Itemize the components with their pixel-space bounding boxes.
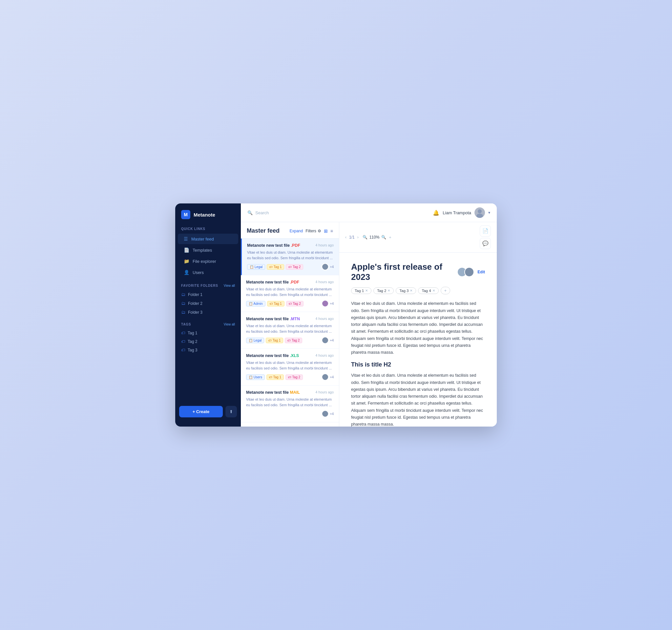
zoom-out-button[interactable]: 🔍: [363, 235, 367, 240]
sidebar-item-users[interactable]: 👤 Users: [178, 267, 238, 277]
bell-icon[interactable]: 🔔: [433, 210, 439, 216]
tag-badge[interactable]: 📋 Legal: [246, 338, 264, 343]
doc-content: Apple's first release of 2023 Edit: [339, 253, 497, 427]
avatar: [321, 300, 329, 307]
feed-item-desc: Vitae et leo duis ut diam. Urna molestie…: [246, 360, 334, 371]
feed-tags: 📋 Legal 🏷 Tag 1 🏷 Tag 2: [247, 264, 303, 270]
doc-tag[interactable]: Tag 4 ✕: [418, 287, 438, 294]
tags-label: Tags: [181, 322, 191, 326]
quick-links-label: Quick links: [175, 227, 241, 233]
tag-badge[interactable]: 🏷 Tag 2: [286, 301, 304, 307]
tag-badge[interactable]: 🏷 Tag 1: [266, 374, 284, 380]
doc-zoom-controls: 🔍 110% 🔍 ＋: [363, 235, 392, 240]
folder-label: Folder 3: [188, 310, 202, 315]
tag-badge[interactable]: 🏷 Tag 2: [286, 264, 303, 270]
remove-tag-icon[interactable]: ✕: [365, 289, 368, 292]
remove-tag-icon[interactable]: ✕: [432, 289, 435, 292]
edit-button[interactable]: Edit: [477, 270, 485, 274]
tag-badge[interactable]: 📋 Legal: [247, 264, 265, 270]
feed-item-time: 4 hours ago: [316, 390, 334, 394]
filters-button[interactable]: Filters ⚙: [306, 229, 321, 233]
avatar-count: +4: [330, 302, 334, 306]
favorite-folders-header: Favorite folders View all: [175, 284, 241, 290]
add-button[interactable]: ＋: [388, 235, 392, 240]
add-tag-button[interactable]: +: [441, 287, 451, 294]
topbar: 🔍 Search 🔔 Liam Trampota ▾: [241, 203, 497, 222]
feed-item-time: 4 hours ago: [316, 280, 334, 284]
tag-badge[interactable]: 🏷 Tag 1: [266, 338, 283, 343]
sidebar-item-templates[interactable]: 📄 Templates: [178, 245, 238, 255]
feed-actions: Expand Filters ⚙ ⊞ ≡: [289, 228, 333, 234]
feed-item-title: Metanote new test file .MTN: [246, 317, 300, 321]
feed-item[interactable]: Metanote new test file .XLS 4 hours ago …: [241, 349, 339, 386]
search-bar[interactable]: 🔍 Search: [247, 210, 269, 215]
prev-page-button[interactable]: ‹: [345, 235, 346, 240]
folder-icon: 🗂: [181, 301, 185, 306]
next-page-button[interactable]: ›: [357, 235, 359, 240]
doc-title-row: Apple's first release of 2023 Edit: [351, 262, 485, 282]
sidebar-item-file-explorer[interactable]: 📁 File explorer: [178, 256, 238, 266]
doc-panel: ‹ 1/1 › 🔍 110% 🔍 ＋ 📄 💬: [339, 222, 497, 427]
doc-tag[interactable]: Tag 2 ✕: [374, 287, 394, 294]
tag-label: Tag 3: [399, 289, 409, 293]
sidebar-tag-2[interactable]: 🏷 Tag 2: [175, 337, 241, 346]
folder-icon: 🗂: [181, 310, 185, 315]
feed-item[interactable]: Metanote new test file .MTN 4 hours ago …: [241, 312, 339, 349]
feed-list: Metanote new test file .PDF 4 hours ago …: [241, 239, 339, 427]
list-view-button[interactable]: ≡: [330, 228, 333, 234]
sidebar-folder-3[interactable]: 🗂 Folder 3: [175, 308, 241, 317]
avatar: [321, 373, 329, 381]
tag-label: Tag 1: [355, 289, 364, 293]
tag-badge[interactable]: 🏷 Tag 1: [267, 301, 285, 307]
feed-item[interactable]: Metanote new test file .PDF 4 hours ago …: [241, 239, 339, 275]
tag-badge[interactable]: 🏷 Tag 1: [267, 264, 284, 270]
tag-icon: 🏷: [181, 348, 185, 353]
search-placeholder: Search: [255, 210, 269, 215]
sidebar-tag-3[interactable]: 🏷 Tag 3: [175, 346, 241, 354]
user-name: Liam Trampota: [442, 210, 471, 215]
doc-tags: Tag 1 ✕ Tag 2 ✕ Tag 3 ✕: [351, 287, 485, 294]
feed-item[interactable]: Metanote new test file MAIL 4 hours ago …: [241, 386, 339, 422]
create-button[interactable]: + Create: [179, 406, 223, 417]
app-name: Metanote: [194, 212, 215, 218]
export-button[interactable]: ⬆: [225, 406, 237, 417]
feed-item-title: Metanote new test file .PDF: [247, 243, 300, 248]
folders-view-all[interactable]: View all: [224, 284, 235, 287]
tag-badge[interactable]: 🏷 Tag 2: [286, 374, 303, 380]
sidebar-item-master-feed[interactable]: ☰ Master feed: [178, 234, 238, 244]
zoom-in-button[interactable]: 🔍: [381, 235, 386, 240]
folder-nav-icon: 📁: [184, 259, 189, 264]
doc-tag[interactable]: Tag 3 ✕: [396, 287, 416, 294]
avatar-count: +4: [330, 265, 334, 269]
grid-view-button[interactable]: ⊞: [324, 228, 328, 234]
sidebar-bottom: + Create ⬆: [175, 401, 241, 420]
avatar-count: +4: [330, 339, 334, 342]
sidebar-item-label: Master feed: [191, 237, 214, 242]
doc-body-paragraph: Vitae et leo duis ut diam. Urna molestie…: [351, 372, 485, 427]
feed-item-footer: 📋 Legal 🏷 Tag 1 🏷 Tag 2 +4: [247, 263, 334, 270]
sidebar-folder-2[interactable]: 🗂 Folder 2: [175, 299, 241, 308]
sidebar-tag-1[interactable]: 🏷 Tag 1: [175, 329, 241, 337]
remove-tag-icon[interactable]: ✕: [410, 289, 412, 292]
doc-comment-button[interactable]: 💬: [480, 238, 491, 249]
doc-tag[interactable]: Tag 1 ✕: [351, 287, 371, 294]
folder-icon: 🗂: [181, 292, 185, 297]
tag-icon: 🏷: [181, 339, 185, 344]
logo-icon: M: [181, 210, 190, 219]
tag-badge[interactable]: 🏷 Tag 2: [285, 338, 302, 343]
feed-item-time: 4 hours ago: [316, 354, 334, 357]
feed-item[interactable]: Metanote new test file .PDF 4 hours ago …: [241, 275, 339, 312]
avatar: [321, 410, 329, 417]
feed-item-footer: 📋 Legal 🏷 Tag 1 🏷 Tag 2 +4: [246, 337, 334, 344]
feed-item-desc: Vitae et leo duis ut diam. Urna molestie…: [247, 250, 334, 261]
tags-view-all[interactable]: View all: [224, 322, 235, 326]
doc-file-button[interactable]: 📄: [480, 225, 491, 237]
chevron-down-icon[interactable]: ▾: [488, 210, 490, 215]
tag-badge[interactable]: 📋 Users: [246, 374, 265, 380]
doc-h2-title: This is title H2: [351, 361, 485, 368]
remove-tag-icon[interactable]: ✕: [387, 289, 390, 292]
feed-tags: 📋 Legal 🏷 Tag 1 🏷 Tag 2: [246, 338, 302, 343]
expand-button[interactable]: Expand: [289, 229, 303, 233]
tag-badge[interactable]: 📋 Admin: [246, 301, 265, 307]
sidebar-folder-1[interactable]: 🗂 Folder 1: [175, 290, 241, 299]
